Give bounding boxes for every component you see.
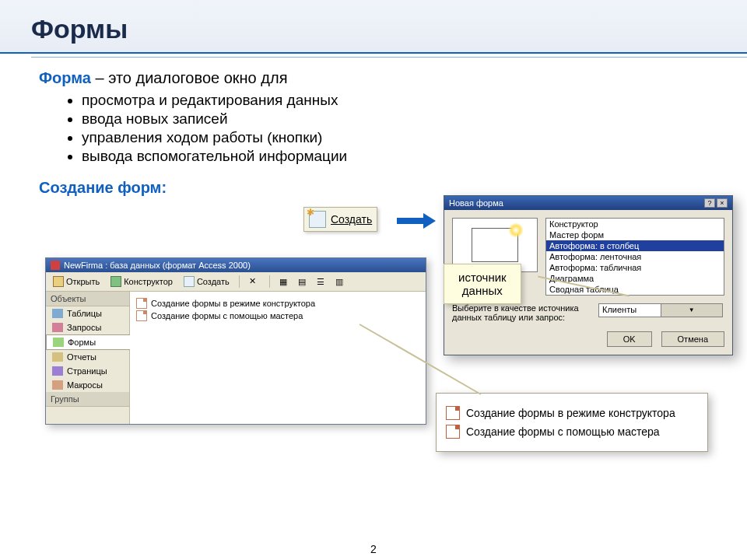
- list-item[interactable]: Автоформа: табличная: [546, 262, 724, 273]
- list-item[interactable]: Автоформа: в столбец: [546, 240, 724, 251]
- form-file-icon: [136, 298, 147, 309]
- table-icon: [52, 309, 63, 318]
- sidebar-item-label: Таблицы: [67, 309, 102, 318]
- page-icon: [52, 366, 63, 376]
- bullet-list: просмотра и редактирования данных ввода …: [82, 92, 716, 165]
- open-icon: [53, 276, 64, 287]
- app-icon: [51, 261, 60, 270]
- db-toolbar: Открыть Конструктор Создать ✕ ▦ ▤ ☰ ▥: [46, 272, 426, 292]
- sidebar-item-forms[interactable]: Формы: [46, 334, 130, 350]
- callout-line1: источник: [458, 271, 507, 284]
- cancel-button[interactable]: Отмена: [661, 331, 724, 347]
- report-icon: [52, 352, 63, 362]
- source-label: Выберите в качестве источника данных таб…: [452, 303, 592, 322]
- callout-line2: данных: [458, 284, 507, 297]
- subtitle: Создание форм:: [39, 179, 716, 197]
- form-file-icon: [446, 406, 460, 420]
- open-label: Открыть: [66, 277, 100, 286]
- delete-icon: ✕: [249, 276, 260, 287]
- definition-rest: – это диалоговое окно для: [91, 69, 288, 86]
- arrow-icon: [397, 214, 436, 228]
- ruler-icon: [110, 276, 121, 287]
- query-icon: [52, 323, 63, 332]
- view-small-icons[interactable]: ▤: [294, 275, 310, 289]
- create-label: Создать: [197, 277, 230, 286]
- sidebar-item-label: Отчеты: [67, 352, 96, 362]
- slide-title: Формы: [31, 14, 716, 44]
- form-icon: [53, 338, 64, 347]
- dialog-title: Новая форма: [449, 198, 503, 208]
- sidebar-item-tables[interactable]: Таблицы: [46, 306, 129, 320]
- bullet-item: ввода новых записей: [82, 110, 716, 128]
- list-icon: ☰: [317, 277, 324, 287]
- help-icon[interactable]: ?: [704, 198, 715, 208]
- list-item-label: Создание формы в режиме конструктора: [151, 299, 315, 308]
- ok-button[interactable]: OK: [607, 331, 652, 347]
- definition-keyword: Форма: [39, 69, 91, 86]
- sidebar-item-label: Запросы: [67, 323, 101, 332]
- zoom-panel: Создание формы в режиме конструктора Соз…: [436, 393, 708, 452]
- view-large-icons[interactable]: ▦: [275, 275, 291, 289]
- view-list[interactable]: ☰: [313, 275, 328, 289]
- create-button[interactable]: Создать: [180, 275, 233, 289]
- design-label: Конструктор: [124, 277, 173, 286]
- bullet-item: просмотра и редактирования данных: [82, 92, 716, 109]
- list-item-label: Создание формы с помощью мастера: [466, 425, 660, 438]
- sidebar-item-label: Макросы: [67, 380, 103, 390]
- sidebar-item-label: Страницы: [67, 366, 107, 376]
- sidebar-item-queries[interactable]: Запросы: [46, 320, 129, 334]
- db-titlebar: NewFirma : база данных (формат Access 20…: [46, 258, 426, 272]
- chevron-down-icon[interactable]: ▼: [661, 304, 723, 317]
- source-select[interactable]: Клиенты ▼: [598, 303, 723, 317]
- sidebar-header: Объекты: [46, 292, 129, 306]
- list-item[interactable]: Создание формы в режиме конструктора: [136, 298, 419, 309]
- list-item-label: Создание формы с помощью мастера: [151, 311, 303, 320]
- open-button[interactable]: Открыть: [49, 275, 103, 289]
- details-icon: ▥: [335, 277, 343, 287]
- definition: Форма – это диалоговое окно для: [39, 69, 716, 87]
- sidebar-item-label: Формы: [68, 338, 96, 347]
- design-button[interactable]: Конструктор: [107, 275, 177, 289]
- form-file-icon: [136, 310, 147, 321]
- callout-box: источник данных: [444, 264, 521, 304]
- grid-icon: ▤: [298, 277, 306, 287]
- list-item[interactable]: Автоформа: ленточная: [546, 251, 724, 262]
- view-details[interactable]: ▥: [331, 275, 347, 289]
- source-value: Клиенты: [599, 304, 661, 317]
- create-button-chip[interactable]: Создать: [303, 207, 377, 232]
- grid-icon: ▦: [279, 277, 287, 287]
- list-item[interactable]: Мастер форм: [546, 229, 724, 240]
- sidebar-item-pages[interactable]: Страницы: [46, 364, 129, 378]
- list-item[interactable]: Сводная таблица: [546, 284, 724, 295]
- form-file-icon: [446, 425, 460, 439]
- macro-icon: [52, 380, 63, 390]
- list-item[interactable]: Диаграмма: [546, 273, 724, 284]
- new-icon: [184, 276, 195, 287]
- bullet-item: вывода вспомогательной информации: [82, 148, 716, 165]
- dialog-titlebar: Новая форма ? ×: [444, 196, 732, 210]
- list-item[interactable]: Создание формы в режиме конструктора: [446, 406, 698, 420]
- list-item[interactable]: Создание формы с помощью мастера: [446, 425, 698, 439]
- list-item[interactable]: Конструктор: [546, 219, 724, 229]
- list-item-label: Создание формы в режиме конструктора: [466, 407, 675, 419]
- sidebar-item-macros[interactable]: Макросы: [46, 378, 129, 392]
- delete-button[interactable]: ✕: [245, 275, 264, 289]
- db-main: Создание формы в режиме конструктора Соз…: [130, 292, 426, 424]
- sidebar-footer: Группы: [46, 392, 129, 407]
- sidebar-item-reports[interactable]: Отчеты: [46, 350, 129, 364]
- list-item[interactable]: Создание формы с помощью мастера: [136, 310, 419, 321]
- db-title-text: NewFirma : база данных (формат Access 20…: [64, 261, 251, 270]
- create-button-label: Создать: [331, 213, 372, 226]
- new-icon: [309, 211, 326, 228]
- db-window: NewFirma : база данных (формат Access 20…: [45, 257, 426, 425]
- page-number: 2: [370, 543, 377, 555]
- bullet-item: управления ходом работы (кнопки): [82, 129, 716, 146]
- close-icon[interactable]: ×: [717, 198, 728, 208]
- db-sidebar: Объекты Таблицы Запросы Формы Отчеты Стр…: [46, 292, 130, 424]
